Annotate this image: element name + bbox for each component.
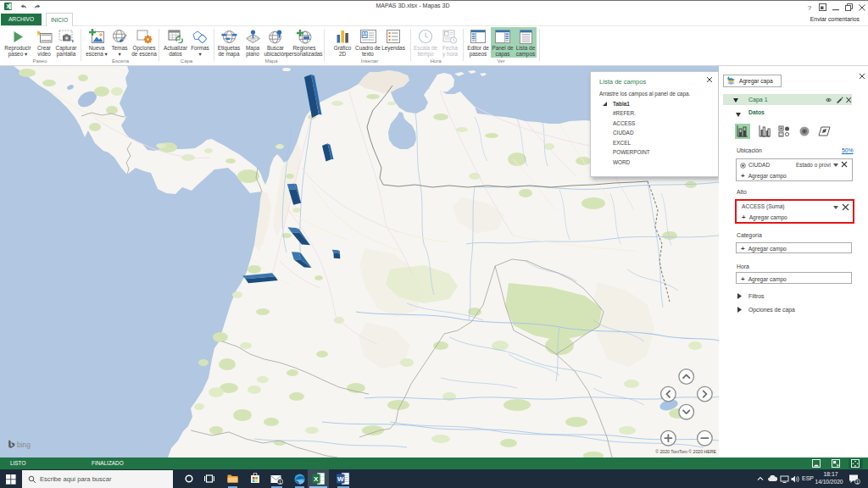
svg-text:1: 1 xyxy=(279,480,281,485)
svg-text:?: ? xyxy=(808,4,812,11)
svg-text:2: 2 xyxy=(780,132,782,137)
svg-text:X: X xyxy=(314,475,319,483)
svg-text:W: W xyxy=(337,475,344,483)
svg-text:© 2020 TomTom © 2020 HERE: © 2020 TomTom © 2020 HERE xyxy=(655,449,716,454)
svg-text:1: 1 xyxy=(856,480,859,485)
svg-text:bing: bing xyxy=(17,441,31,449)
svg-text:A: A xyxy=(362,31,366,37)
